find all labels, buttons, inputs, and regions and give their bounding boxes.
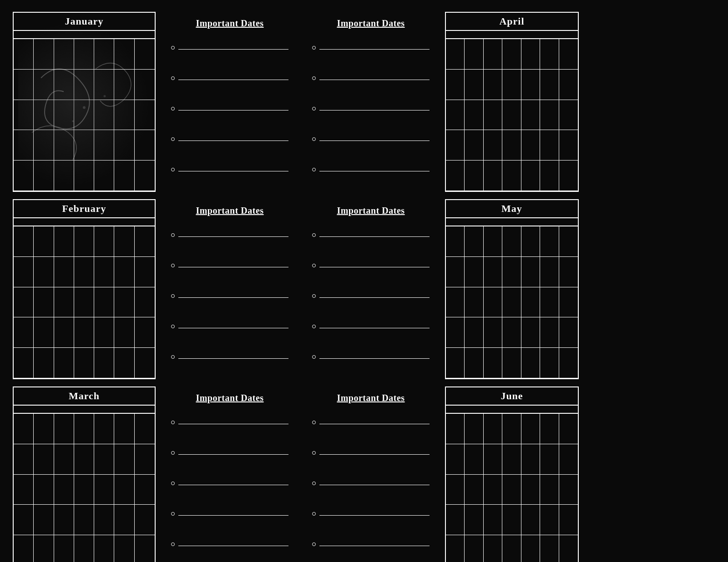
cal-cell (74, 130, 94, 161)
cal-cell (94, 70, 114, 100)
date-bullet (312, 355, 316, 359)
calendar-grid-june (446, 414, 578, 562)
cal-cell (465, 39, 483, 70)
month-title-april: April (446, 13, 578, 31)
dates-title: Important Dates (312, 206, 430, 216)
date-line (319, 80, 430, 80)
cal-cell (521, 100, 540, 130)
cal-cell (540, 39, 559, 70)
date-bullet (171, 542, 175, 546)
cal-cell (521, 287, 540, 318)
cal-cell (502, 505, 521, 535)
date-item (312, 76, 430, 82)
date-line (178, 485, 288, 485)
cal-cell (74, 317, 94, 348)
cal-cell (465, 226, 483, 257)
cal-cell (94, 130, 114, 161)
cal-cell (54, 257, 74, 287)
cal-cell (446, 414, 465, 444)
cal-cell (14, 226, 34, 257)
cal-cell (521, 130, 540, 161)
cal-cell (74, 100, 94, 130)
cal-cell (74, 505, 94, 535)
cal-cell (94, 414, 114, 444)
cal-cell (540, 535, 559, 562)
cal-cell (484, 444, 502, 475)
cal-cell (54, 535, 74, 562)
cal-cell (502, 226, 521, 257)
date-bullet (312, 233, 316, 237)
cal-cell (465, 257, 483, 287)
month-title-may: May (446, 200, 578, 218)
date-bullet (171, 233, 175, 237)
cal-cell (54, 317, 74, 348)
important-dates-mar-right: Important Dates (303, 386, 439, 562)
date-line (319, 485, 430, 485)
cal-cell (34, 226, 54, 257)
cal-cell (502, 535, 521, 562)
cal-cell (54, 348, 74, 378)
cal-cell (446, 100, 465, 130)
cal-cell (484, 414, 502, 444)
cal-cell (114, 414, 134, 444)
cal-cell (94, 226, 114, 257)
cal-cell (74, 444, 94, 475)
date-bullet (312, 107, 316, 110)
cal-cell (54, 414, 74, 444)
date-line (178, 454, 288, 455)
cal-cell (94, 444, 114, 475)
calendar-subheader-january (14, 31, 155, 39)
date-item (171, 233, 288, 239)
cal-cell (34, 130, 54, 161)
cal-cell (135, 444, 155, 475)
date-item (171, 294, 288, 300)
cal-cell (465, 161, 483, 191)
date-bullet (312, 482, 316, 485)
cal-cell (14, 161, 34, 191)
cal-cell (446, 161, 465, 191)
cal-cell (559, 226, 578, 257)
cal-cell (502, 475, 521, 505)
cal-cell (502, 39, 521, 70)
cal-cell (484, 70, 502, 100)
date-line (178, 267, 288, 267)
month-title-june: June (446, 387, 578, 406)
cal-cell (14, 535, 34, 562)
cal-cell (54, 226, 74, 257)
date-item (312, 451, 430, 457)
cal-cell (34, 348, 54, 378)
cal-cell (540, 226, 559, 257)
cal-cell (446, 475, 465, 505)
cal-cell (502, 414, 521, 444)
cal-cell (559, 414, 578, 444)
calendar-january: January (13, 12, 156, 192)
cal-cell (446, 130, 465, 161)
date-line (319, 546, 430, 546)
cal-cell (34, 505, 54, 535)
date-bullet (171, 137, 175, 141)
cal-cell (559, 100, 578, 130)
cal-cell (465, 444, 483, 475)
date-line (178, 515, 288, 516)
calendar-subheader-june (446, 406, 578, 414)
cal-cell (540, 505, 559, 535)
cal-cell (465, 505, 483, 535)
cal-cell (465, 70, 483, 100)
cal-cell (114, 475, 134, 505)
calendar-subheader-february (14, 218, 155, 226)
cal-cell (540, 257, 559, 287)
calendar-may: May (445, 199, 579, 379)
cal-cell (521, 475, 540, 505)
month-title-january: January (14, 13, 155, 31)
cal-cell (465, 535, 483, 562)
cal-cell (114, 348, 134, 378)
dates-title: Important Dates (171, 393, 288, 403)
cal-cell (559, 130, 578, 161)
cal-cell (540, 130, 559, 161)
cal-cell (521, 257, 540, 287)
calendar-april: April (445, 12, 579, 192)
cal-cell (484, 100, 502, 130)
cal-cell (114, 161, 134, 191)
calendar-grid-march (14, 414, 155, 562)
month-title-february: February (14, 200, 155, 218)
